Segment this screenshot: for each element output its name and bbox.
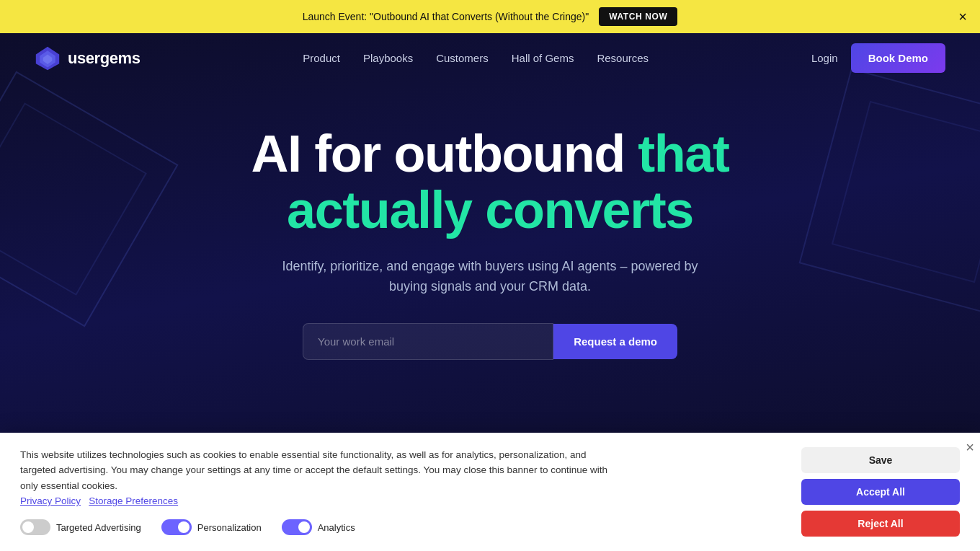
nav-item-playbooks[interactable]: Playbooks <box>363 52 413 65</box>
book-demo-button[interactable]: Book Demo <box>851 43 945 73</box>
hero-heading-line1: AI for outbound <box>251 125 638 182</box>
logo[interactable]: usergems <box>35 45 140 71</box>
hero-subheading: Identify, prioritize, and engage with bu… <box>267 256 713 298</box>
toggle-targeted-advertising-label: Targeted Advertising <box>56 522 141 533</box>
main-nav: usergems Product Playbooks Customers Hal… <box>0 33 980 83</box>
hero-heading-line2: actually converts <box>287 181 693 239</box>
request-demo-button[interactable]: Request a demo <box>553 324 677 359</box>
toggle-analytics-label: Analytics <box>318 522 355 533</box>
toggle-personalization: Personalization <box>161 519 262 535</box>
toggle-analytics: Analytics <box>282 519 355 535</box>
nav-links: Product Playbooks Customers Hall of Gems… <box>303 52 649 65</box>
toggle-targeted-advertising: Targeted Advertising <box>20 519 141 535</box>
cookie-banner: This website utilizes technologies such … <box>0 433 980 551</box>
nav-item-product[interactable]: Product <box>303 52 340 65</box>
cookie-reject-button[interactable]: Reject All <box>801 511 960 537</box>
announcement-text: Launch Event: "Outbound AI that Converts… <box>303 11 589 22</box>
targeted-advertising-toggle[interactable] <box>20 519 50 535</box>
announcement-bar: Launch Event: "Outbound AI that Converts… <box>0 0 980 33</box>
login-button[interactable]: Login <box>811 52 838 64</box>
nav-item-resources[interactable]: Resources <box>597 52 649 65</box>
personalization-toggle[interactable] <box>161 519 192 535</box>
cookie-actions: Save Accept All Reject All <box>801 447 960 537</box>
announcement-close-button[interactable]: × <box>958 9 967 24</box>
cookie-save-button[interactable]: Save <box>801 447 960 473</box>
nav-right: Login Book Demo <box>811 43 945 73</box>
hero-section: AI for outbound that actually converts I… <box>0 83 980 389</box>
logo-icon <box>35 45 61 71</box>
privacy-policy-link[interactable]: Privacy Policy <box>20 495 81 506</box>
hero-cta-group: Request a demo <box>303 323 677 360</box>
analytics-toggle[interactable] <box>282 519 312 535</box>
hero-heading: AI for outbound that actually converts <box>166 126 814 239</box>
storage-preferences-link[interactable]: Storage Preferences <box>89 495 178 506</box>
hero-heading-highlight: that <box>638 125 729 182</box>
nav-item-hall-of-gems[interactable]: Hall of Gems <box>512 52 574 65</box>
cookie-accept-button[interactable]: Accept All <box>801 479 960 505</box>
watch-now-button[interactable]: WATCH NOW <box>599 7 677 26</box>
toggle-personalization-label: Personalization <box>197 522 262 533</box>
nav-item-customers[interactable]: Customers <box>436 52 489 65</box>
logo-text: usergems <box>68 49 140 68</box>
email-input[interactable] <box>303 323 553 360</box>
cookie-body-text: This website utilizes technologies such … <box>20 447 611 509</box>
cookie-close-button[interactable]: × <box>966 440 974 454</box>
